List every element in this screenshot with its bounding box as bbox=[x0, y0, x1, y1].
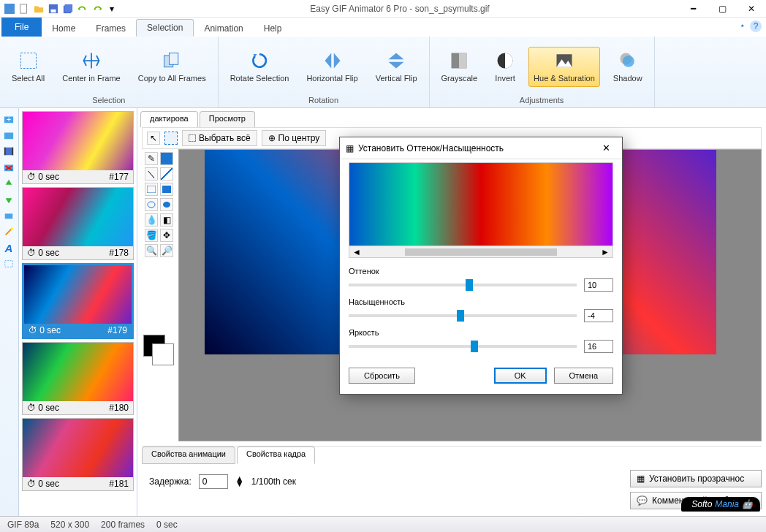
rotate-button[interactable]: Rotate Selection bbox=[226, 48, 294, 86]
delete-frame-icon[interactable] bbox=[1, 161, 16, 174]
tab-home[interactable]: Home bbox=[42, 20, 86, 37]
frames-panel[interactable]: ⏱ 0 sec#177 ⏱ 0 sec#178 ⏱ 0 sec#179 ⏱ 0 … bbox=[19, 108, 137, 516]
preview-scrollbar[interactable]: ◄► bbox=[349, 246, 613, 258]
ribbon-group-selection: Select All Center in Frame Copy to All F… bbox=[0, 37, 219, 107]
group-label-rotation: Rotation bbox=[226, 94, 422, 106]
rect-fill-icon[interactable] bbox=[160, 183, 173, 196]
grayscale-button[interactable]: Grayscale bbox=[437, 48, 482, 86]
tab-frame-props[interactable]: Свойства кадра bbox=[237, 446, 315, 464]
tab-anim-props[interactable]: Свойства анимации bbox=[142, 446, 235, 464]
ok-button[interactable]: OK bbox=[494, 368, 547, 384]
move-up-icon[interactable] bbox=[1, 177, 16, 190]
saturation-value[interactable] bbox=[584, 309, 613, 322]
saturation-label: Насыщенность bbox=[349, 297, 613, 306]
reset-button[interactable]: Сбросить bbox=[349, 368, 415, 384]
vflip-button[interactable]: Vertical Flip bbox=[371, 48, 422, 86]
minimize-button[interactable]: ━ bbox=[678, 0, 708, 18]
center-btn[interactable]: ⊕По центру bbox=[262, 130, 327, 146]
scroll-right-icon[interactable]: ► bbox=[601, 247, 610, 257]
svg-point-23 bbox=[11, 227, 14, 230]
bottom-properties: Свойства анимации Свойства кадра Задержк… bbox=[142, 446, 762, 512]
tab-edit[interactable]: дактирова bbox=[140, 111, 198, 127]
line2-icon[interactable]: ＼ bbox=[145, 167, 158, 180]
file-tab[interactable]: File bbox=[1, 18, 42, 37]
close-button[interactable]: ✕ bbox=[737, 0, 766, 18]
saturation-slider[interactable] bbox=[349, 314, 577, 317]
cancel-button[interactable]: Отмена bbox=[554, 368, 613, 384]
maximize-button[interactable]: ▢ bbox=[708, 0, 737, 18]
pencil-icon[interactable]: ✎ bbox=[145, 152, 158, 165]
frame-thumbnail bbox=[23, 112, 133, 170]
wand-icon[interactable] bbox=[1, 225, 16, 238]
center-frame-button[interactable]: Center in Frame bbox=[58, 48, 124, 86]
pointer-icon[interactable]: ↖ bbox=[147, 132, 160, 145]
set-transparency-button[interactable]: ▦Установить прозрачнос bbox=[630, 470, 762, 487]
save-icon[interactable] bbox=[47, 2, 60, 15]
dialog-close-button[interactable]: ✕ bbox=[596, 140, 616, 156]
background-color-swatch[interactable] bbox=[152, 343, 174, 365]
collapse-ribbon-icon[interactable]: ⋆ bbox=[740, 20, 746, 32]
status-giftype: GIF 89a bbox=[7, 520, 39, 530]
quick-access-toolbar: ▾ bbox=[0, 2, 121, 15]
eyedropper-icon[interactable]: 💧 bbox=[145, 213, 158, 227]
move-icon[interactable]: ✥ bbox=[160, 229, 173, 242]
hue-value[interactable] bbox=[584, 278, 613, 292]
qa-dropdown-icon[interactable]: ▾ bbox=[105, 2, 118, 15]
brightness-slider[interactable] bbox=[349, 345, 577, 348]
hflip-button[interactable]: Horizontal Flip bbox=[302, 48, 362, 86]
frame-thumbnail bbox=[24, 265, 132, 324]
frame-item[interactable]: ⏱ 0 sec#181 bbox=[22, 418, 134, 491]
frame-item[interactable]: ⏱ 0 sec#180 bbox=[22, 342, 134, 415]
tab-animation[interactable]: Animation bbox=[194, 20, 253, 37]
transparency-icon: ▦ bbox=[637, 474, 645, 484]
eraser-icon[interactable]: ◧ bbox=[160, 213, 173, 227]
copy-all-frames-button[interactable]: Copy to All Frames bbox=[134, 48, 211, 86]
ellipse-fill-icon[interactable] bbox=[160, 198, 173, 211]
svg-rect-25 bbox=[147, 186, 156, 193]
delay-stepper[interactable]: ▲▼ bbox=[235, 476, 244, 487]
tab-selection[interactable]: Selection bbox=[136, 19, 194, 37]
redo-icon[interactable] bbox=[91, 2, 104, 15]
comment-icon: 💬 bbox=[637, 495, 648, 506]
line1-icon[interactable] bbox=[160, 152, 173, 165]
ellipse-icon[interactable] bbox=[145, 198, 158, 211]
tab-frames[interactable]: Frames bbox=[86, 20, 136, 37]
hue-slider[interactable] bbox=[349, 284, 577, 286]
shadow-button[interactable]: Shadow bbox=[609, 48, 647, 86]
marquee-icon[interactable] bbox=[164, 132, 178, 145]
film-icon[interactable] bbox=[1, 145, 16, 158]
help-icon[interactable]: ? bbox=[750, 20, 762, 32]
undo-icon[interactable] bbox=[76, 2, 89, 15]
frame-item[interactable]: ⏱ 0 sec#177 bbox=[22, 111, 134, 184]
frame-item[interactable]: ⏱ 0 sec#178 bbox=[22, 187, 134, 260]
move-down-icon[interactable] bbox=[1, 193, 16, 206]
effect-icon[interactable] bbox=[1, 209, 16, 222]
line3-icon[interactable] bbox=[160, 167, 173, 180]
rect-icon[interactable] bbox=[145, 183, 158, 196]
text-icon[interactable]: A bbox=[1, 241, 16, 254]
brightness-label: Яркость bbox=[349, 328, 613, 337]
save-all-icon[interactable] bbox=[61, 2, 75, 15]
fill-icon[interactable]: 🪣 bbox=[145, 229, 158, 242]
dialog-icon: ▦ bbox=[346, 143, 354, 153]
brightness-value[interactable] bbox=[584, 340, 613, 353]
shape-icon[interactable] bbox=[1, 257, 16, 270]
scroll-left-icon[interactable]: ◄ bbox=[352, 247, 361, 257]
zoom-in-icon[interactable]: 🔍 bbox=[145, 244, 158, 257]
select-all-btn[interactable]: Выбрать всё bbox=[182, 130, 257, 146]
hue-saturation-button[interactable]: Hue & Saturation bbox=[528, 47, 600, 86]
tab-preview[interactable]: Просмотр bbox=[200, 111, 255, 127]
open-icon[interactable] bbox=[32, 2, 45, 15]
tab-help[interactable]: Help bbox=[254, 20, 292, 37]
app-icon[interactable] bbox=[3, 2, 16, 15]
svg-rect-10 bbox=[459, 53, 467, 69]
invert-button[interactable]: Invert bbox=[490, 48, 520, 86]
zoom-out-icon[interactable]: 🔎 bbox=[160, 244, 173, 257]
insert-frame-icon[interactable] bbox=[1, 129, 16, 142]
new-icon[interactable] bbox=[18, 2, 31, 15]
delay-input[interactable] bbox=[199, 474, 228, 489]
add-frame-icon[interactable]: + bbox=[1, 113, 16, 126]
titlebar: ▾ Easy GIF Animator 6 Pro - son_s_psymul… bbox=[0, 0, 766, 18]
frame-item[interactable]: ⏱ 0 sec#179 bbox=[22, 263, 134, 339]
select-all-button[interactable]: Select All bbox=[7, 48, 49, 86]
